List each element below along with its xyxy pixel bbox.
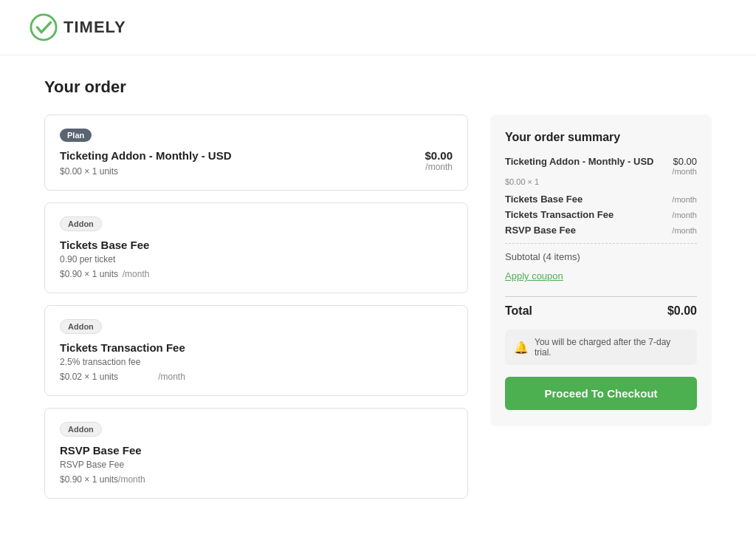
total-row: Total $0.00	[505, 304, 697, 318]
card-quantity-base-fee: $0.90 × 1 units /month	[60, 269, 149, 279]
card-title-base-fee: Tickets Base Fee	[60, 239, 149, 251]
brand-name: TIMELY	[63, 18, 126, 37]
summary-fee-base-fee-label: Tickets Base Fee	[505, 194, 583, 205]
summary-item-plan-label: Ticketing Addon - Monthly - USD	[505, 156, 672, 167]
summary-fee-rsvp-period: /month	[672, 226, 697, 235]
summary-fee-base-fee-period: /month	[672, 195, 697, 204]
summary-item-plan-sub: $0.00 × 1	[505, 177, 697, 186]
card-quantity-text-plan: $0.00 × 1 units	[60, 166, 118, 177]
card-quantity-transaction-fee: $0.02 × 1 units /month	[60, 372, 185, 382]
summary-fee-transaction-fee-label: Tickets Transaction Fee	[505, 209, 614, 220]
card-quantity-rsvp: $0.90 × 1 units /month	[60, 474, 145, 485]
order-summary: Your order summary Ticketing Addon - Mon…	[490, 115, 712, 426]
card-price-amount-plan: $0.00	[425, 149, 453, 162]
summary-item-plan-period: /month	[672, 167, 697, 176]
page-content: Your order Plan Ticketing Addon - Monthl…	[0, 55, 756, 521]
summary-fee-base-fee: Tickets Base Fee /month	[505, 194, 697, 205]
summary-fee-transaction-fee-period: /month	[672, 211, 697, 219]
bell-icon: 🔔	[514, 341, 529, 355]
order-card-rsvp: Addon RSVP Base Fee RSVP Base Fee $0.90 …	[44, 408, 468, 499]
header: TIMELY	[0, 0, 756, 55]
trial-notice-text: You will be charged after the 7-day tria…	[535, 337, 688, 358]
svg-point-0	[31, 15, 56, 40]
order-items-list: Plan Ticketing Addon - Monthly - USD $0.…	[44, 115, 468, 499]
page-title: Your order	[44, 78, 712, 97]
card-detail-rsvp: RSVP Base Fee	[60, 460, 145, 470]
summary-fee-transaction-fee: Tickets Transaction Fee /month	[505, 209, 697, 220]
order-card-plan: Plan Ticketing Addon - Monthly - USD $0.…	[44, 115, 468, 191]
card-header-rsvp: RSVP Base Fee RSVP Base Fee $0.90 × 1 un…	[60, 444, 453, 485]
trial-notice: 🔔 You will be charged after the 7-day tr…	[505, 329, 697, 365]
summary-fee-rsvp: RSVP Base Fee /month	[505, 225, 697, 236]
subtotal-label: Subtotal (4 items)	[505, 251, 697, 262]
plan-badge: Plan	[60, 129, 92, 142]
total-label: Total	[505, 304, 532, 318]
checkout-button[interactable]: Proceed To Checkout	[505, 377, 697, 410]
summary-item-plan-value: $0.00	[672, 156, 697, 167]
logo-icon	[30, 13, 58, 41]
card-header-base-fee: Tickets Base Fee 0.90 per ticket $0.90 ×…	[60, 239, 453, 279]
card-price-plan: $0.00 /month	[425, 149, 453, 172]
card-period-rsvp: /month	[118, 474, 145, 485]
card-detail-base-fee: 0.90 per ticket	[60, 254, 149, 264]
card-period-base-fee: /month	[123, 269, 150, 279]
layout: Plan Ticketing Addon - Monthly - USD $0.…	[44, 115, 712, 499]
addon-badge-transaction-fee: Addon	[60, 319, 102, 334]
card-title-transaction-fee: Tickets Transaction Fee	[60, 341, 185, 354]
summary-title: Your order summary	[505, 131, 697, 144]
card-title-plan: Ticketing Addon - Monthly - USD	[60, 149, 232, 162]
order-card-transaction-fee: Addon Tickets Transaction Fee 2.5% trans…	[44, 305, 468, 396]
summary-fee-rsvp-label: RSVP Base Fee	[505, 225, 576, 236]
summary-item-plan-row: Ticketing Addon - Monthly - USD $0.00 /m…	[505, 156, 697, 176]
total-divider	[505, 296, 697, 297]
summary-item-plan: Ticketing Addon - Monthly - USD $0.00 /m…	[505, 156, 697, 186]
subtotal-divider	[505, 243, 697, 244]
card-period-transaction-fee: /month	[158, 372, 185, 382]
card-header-transaction-fee: Tickets Transaction Fee 2.5% transaction…	[60, 341, 453, 382]
apply-coupon-link[interactable]: Apply coupon	[505, 270, 563, 281]
card-detail-transaction-fee: 2.5% transaction fee	[60, 357, 185, 367]
addon-badge-rsvp: Addon	[60, 422, 102, 437]
order-card-base-fee: Addon Tickets Base Fee 0.90 per ticket $…	[44, 202, 468, 293]
addon-badge-base-fee: Addon	[60, 216, 102, 231]
card-title-rsvp: RSVP Base Fee	[60, 444, 145, 457]
card-quantity-text-rsvp: $0.90 × 1 units	[60, 474, 118, 485]
total-amount: $0.00	[667, 304, 697, 318]
card-quantity-plan: $0.00 × 1 units	[60, 166, 232, 177]
card-header-plan: Ticketing Addon - Monthly - USD $0.00 × …	[60, 149, 453, 177]
logo: TIMELY	[30, 13, 126, 41]
card-quantity-text-base-fee: $0.90 × 1 units	[60, 269, 118, 279]
card-quantity-text-transaction-fee: $0.02 × 1 units	[60, 372, 118, 382]
card-price-period-plan: /month	[425, 162, 453, 172]
